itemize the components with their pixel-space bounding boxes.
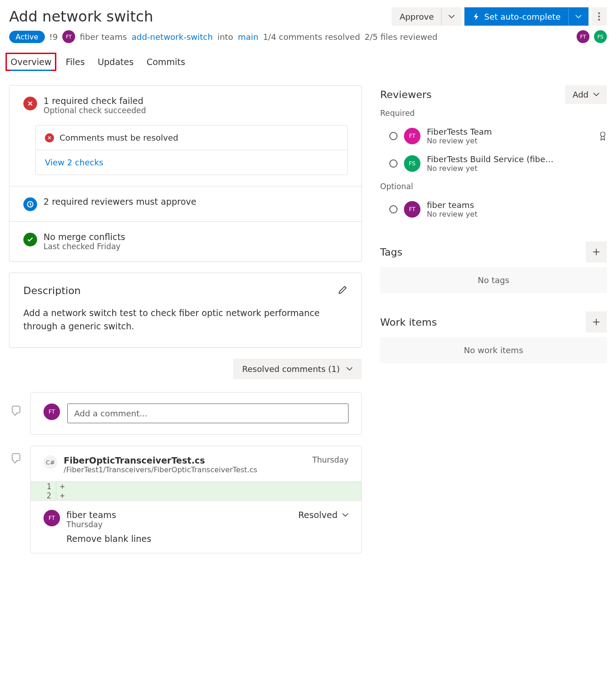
no-tags: No tags — [380, 267, 607, 293]
pr-number: !9 — [49, 32, 58, 42]
comment-text: Remove blank lines — [66, 534, 349, 544]
svg-point-2 — [598, 19, 600, 21]
reviewer-avatar: FT — [404, 128, 420, 144]
tab-overview[interactable]: Overview — [11, 57, 51, 71]
tab-commits[interactable]: Commits — [147, 54, 185, 71]
reviewer-avatar[interactable]: FS — [594, 30, 607, 43]
chevron-down-icon — [448, 15, 455, 19]
set-auto-complete-dropdown[interactable] — [568, 7, 589, 26]
comment-time: Thursday — [66, 520, 116, 529]
comment-status-dropdown[interactable]: Resolved — [298, 510, 349, 520]
reviewer-avatar: FT — [404, 201, 420, 218]
author-avatar[interactable]: FT — [62, 30, 75, 43]
reviewer-row[interactable]: FS FiberTests Build Service (fiber-te...… — [380, 150, 607, 177]
tabs: Overview Files Updates Commits — [9, 54, 607, 71]
comment-author: fiber teams — [66, 510, 116, 520]
plus-icon — [592, 318, 600, 326]
current-user-avatar: FT — [44, 404, 60, 420]
more-menu-button[interactable] — [591, 7, 607, 26]
description-heading: Description — [23, 285, 81, 296]
reviewer-name: FiberTests Build Service (fiber-te... — [427, 154, 555, 164]
vote-status-icon — [389, 132, 398, 140]
failed-icon — [23, 97, 37, 110]
comments-must-resolve: Comments must be resolved — [60, 133, 178, 142]
checks-failed-title: 1 required check failed — [44, 96, 146, 106]
description-text: Add a network switch test to check fiber… — [23, 306, 348, 333]
add-work-item-button[interactable] — [586, 311, 607, 333]
comments-filter-button[interactable]: Resolved comments (1) — [233, 359, 362, 379]
discussion-icon — [12, 406, 20, 413]
comments-resolved-count: 1/4 comments resolved — [263, 32, 360, 42]
add-tag-button[interactable] — [586, 241, 607, 262]
check-icon — [23, 233, 37, 246]
file-time: Thursday — [312, 455, 349, 464]
file-path: /FiberTest1/Transceivers/FiberOpticTrans… — [64, 465, 257, 474]
required-badge-icon — [599, 131, 607, 141]
reviewer-avatar: FS — [404, 155, 420, 172]
set-auto-complete-button[interactable]: Set auto-complete — [464, 7, 568, 26]
reviewer-avatar[interactable]: FT — [577, 30, 589, 43]
files-reviewed-count: 2/5 files reviewed — [365, 32, 437, 42]
checks-failed-sub: Optional check succeeded — [44, 106, 146, 115]
work-items-heading: Work items — [380, 317, 437, 328]
no-work-items: No work items — [380, 337, 607, 363]
chevron-down-icon — [593, 93, 600, 97]
reviewer-name: fiber teams — [427, 200, 477, 210]
error-icon: ✕ — [45, 133, 54, 142]
add-label: Add — [572, 90, 589, 99]
source-branch-link[interactable]: add-network-switch — [131, 32, 213, 42]
chevron-down-icon — [346, 367, 353, 371]
svg-point-1 — [598, 16, 600, 17]
diff-block: 1+ 2+ — [31, 481, 361, 500]
tags-heading: Tags — [380, 246, 403, 258]
reviewer-row[interactable]: FT fiber teams No review yet — [380, 196, 607, 223]
reviewer-status: No review yet — [427, 210, 477, 218]
add-comment-input[interactable]: Add a comment... — [67, 404, 349, 423]
view-checks-link[interactable]: View 2 checks — [45, 158, 104, 167]
page-title: Add network switch — [9, 8, 389, 25]
approve-button[interactable]: Approve — [392, 7, 442, 26]
optional-label: Optional — [380, 182, 607, 191]
vote-status-icon — [389, 159, 398, 168]
vote-status-icon — [389, 205, 398, 213]
target-branch-link[interactable]: main — [238, 32, 258, 42]
required-label: Required — [380, 109, 607, 118]
edit-description-button[interactable] — [338, 285, 348, 296]
approve-dropdown[interactable] — [442, 7, 462, 26]
tab-files[interactable]: Files — [65, 54, 85, 71]
add-reviewer-button[interactable]: Add — [565, 85, 607, 104]
reviewers-required-text: 2 required reviewers must approve — [44, 197, 196, 207]
plus-icon — [592, 248, 600, 256]
last-checked: Last checked Friday — [44, 242, 125, 251]
reviewer-status: No review yet — [427, 137, 492, 145]
no-conflicts-title: No merge conflicts — [44, 232, 125, 242]
pencil-icon — [338, 285, 348, 295]
tab-updates[interactable]: Updates — [98, 54, 134, 71]
author-name[interactable]: fiber teams — [80, 32, 127, 42]
set-auto-complete-label: Set auto-complete — [484, 12, 561, 22]
comment-status-label: Resolved — [298, 510, 338, 520]
commenter-avatar[interactable]: FT — [44, 510, 60, 526]
file-name[interactable]: FiberOpticTransceiverTest.cs — [64, 455, 257, 465]
kebab-icon — [598, 12, 600, 21]
into-text: into — [218, 32, 233, 42]
chevron-down-icon — [575, 15, 582, 19]
csharp-icon: C# — [44, 455, 57, 469]
discussion-icon — [12, 453, 20, 461]
status-badge: Active — [9, 31, 45, 43]
svg-point-4 — [600, 132, 605, 137]
filter-label: Resolved comments (1) — [242, 364, 340, 374]
reviewer-row[interactable]: FT FiberTests Team No review yet — [380, 122, 607, 150]
reviewers-heading: Reviewers — [380, 89, 432, 100]
lightning-icon — [472, 12, 480, 21]
reviewer-name: FiberTests Team — [427, 127, 492, 137]
chevron-down-icon — [342, 513, 349, 517]
clock-icon — [23, 197, 37, 211]
svg-point-0 — [598, 12, 600, 14]
reviewer-status: No review yet — [427, 164, 555, 173]
